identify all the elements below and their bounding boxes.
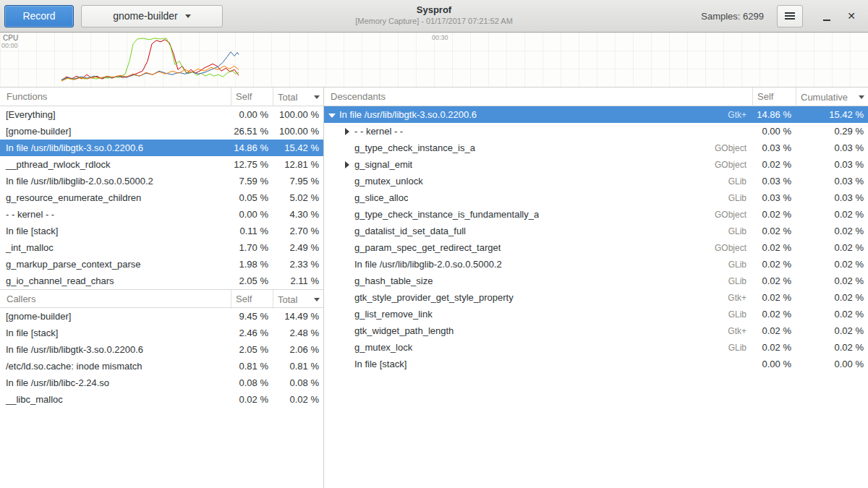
- self-percent: 0.02 %: [752, 209, 796, 220]
- expander-icon[interactable]: [344, 211, 351, 218]
- function-name: In file /usr/lib/libc-2.24.so: [0, 377, 231, 388]
- table-row[interactable]: In file /usr/lib/libgtk-3.so.0.2200.6 2.…: [0, 341, 323, 358]
- table-row[interactable]: g_io_channel_read_chars 2.05 % 2.11 %: [0, 273, 323, 289]
- table-row[interactable]: In file /usr/lib/libglib-2.0.so.0.5000.2…: [0, 173, 323, 189]
- main-content: Functions Self Total [Everything] 0.00 %…: [0, 87, 868, 488]
- table-row[interactable]: g_resource_enumerate_children 0.05 % 5.0…: [0, 189, 323, 206]
- table-row[interactable]: g_param_spec_get_redirect_target GObject…: [324, 239, 868, 256]
- table-row[interactable]: - - kernel - - 0.00 % 0.29 %: [324, 123, 868, 140]
- close-button[interactable]: ✕: [839, 4, 864, 28]
- table-row[interactable]: [gnome-builder] 26.51 % 100.00 %: [0, 123, 323, 140]
- function-name: In file [stack]: [354, 359, 407, 369]
- table-row[interactable]: /etc/ld.so.cache: inode mismatch 0.81 % …: [0, 358, 323, 374]
- table-row[interactable]: In file /usr/lib/libc-2.24.so 0.08 % 0.0…: [0, 374, 323, 391]
- process-selector-label: gnome-builder: [113, 10, 178, 22]
- expander-icon[interactable]: [344, 328, 351, 335]
- record-button[interactable]: Record: [4, 5, 74, 27]
- table-row[interactable]: __pthread_rwlock_rdlock 12.75 % 12.81 %: [0, 156, 323, 173]
- descendants-cumulative-column-header[interactable]: Cumulative: [796, 87, 868, 106]
- function-name: In file /usr/lib/libglib-2.0.so.0.5000.2: [354, 259, 502, 270]
- table-row[interactable]: [Everything] 0.00 % 100.00 %: [0, 106, 323, 123]
- expander-icon[interactable]: [328, 111, 336, 119]
- descendants-header: Descendants Self Cumulative: [324, 87, 868, 106]
- function-name: g_signal_emit: [354, 159, 412, 170]
- expander-icon[interactable]: [344, 228, 351, 235]
- self-percent: 0.81 %: [231, 361, 273, 372]
- total-percent: 2.49 %: [273, 242, 323, 253]
- expander-icon[interactable]: [344, 178, 351, 185]
- table-row[interactable]: g_mutex_lock GLib 0.02 % 0.02 %: [324, 339, 868, 356]
- expander-icon[interactable]: [344, 244, 351, 252]
- time-label-mid: 00:30: [432, 34, 448, 41]
- function-name: [gnome-builder]: [0, 126, 231, 137]
- table-row[interactable]: g_slice_alloc GLib 0.03 % 0.03 %: [324, 189, 868, 206]
- self-percent: 0.00 %: [231, 209, 273, 220]
- sort-descending-icon: [314, 298, 320, 301]
- expander-icon[interactable]: [344, 278, 351, 285]
- expander-icon[interactable]: [344, 128, 351, 135]
- menu-button[interactable]: [777, 5, 803, 27]
- functions-total-label: Total: [278, 88, 297, 106]
- callers-column-header[interactable]: Callers: [0, 290, 231, 309]
- table-row[interactable]: g_signal_emit GObject 0.02 % 0.03 %: [324, 156, 868, 173]
- cumulative-percent: 0.03 %: [796, 159, 868, 170]
- table-row[interactable]: In file /usr/lib/libglib-2.0.so.0.5000.2…: [324, 256, 868, 273]
- expander-icon[interactable]: [344, 344, 351, 351]
- functions-column-header[interactable]: Functions: [0, 87, 231, 106]
- table-row[interactable]: In file /usr/lib/libgtk-3.so.0.2200.6 14…: [0, 140, 323, 156]
- table-row[interactable]: gtk_style_provider_get_style_property Gt…: [324, 289, 868, 306]
- table-row[interactable]: g_mutex_unlock GLib 0.03 % 0.03 %: [324, 173, 868, 189]
- table-row[interactable]: In file /usr/lib/libgtk-3.so.0.2200.6 Gt…: [324, 106, 868, 123]
- expander-icon[interactable]: [344, 261, 351, 268]
- close-icon: ✕: [847, 11, 856, 21]
- function-name: __libc_malloc: [0, 394, 231, 405]
- functions-total-column-header[interactable]: Total: [273, 87, 323, 106]
- table-row[interactable]: In file [stack] 2.46 % 2.48 %: [0, 325, 323, 341]
- callers-total-column-header[interactable]: Total: [273, 290, 323, 309]
- expander-icon[interactable]: [344, 161, 351, 168]
- total-percent: 2.70 %: [273, 226, 323, 236]
- sort-descending-icon: [314, 95, 320, 99]
- self-percent: 0.02 %: [752, 259, 796, 270]
- total-percent: 2.06 %: [273, 344, 323, 355]
- descendants-self-column-header[interactable]: Self: [752, 87, 796, 106]
- table-row[interactable]: In file [stack] 0.00 % 0.00 %: [324, 356, 868, 372]
- expander-icon[interactable]: [344, 361, 351, 368]
- self-percent: 12.75 %: [231, 159, 273, 170]
- descendants-column-header[interactable]: Descendants: [324, 87, 752, 106]
- cpu-graph[interactable]: CPU 00:00 00:30: [0, 33, 868, 87]
- process-selector[interactable]: gnome-builder: [81, 5, 223, 27]
- self-percent: 0.02 %: [752, 226, 796, 236]
- table-row[interactable]: g_markup_parse_context_parse 1.98 % 2.33…: [0, 256, 323, 273]
- table-row[interactable]: In file [stack] 0.11 % 2.70 %: [0, 223, 323, 239]
- table-row[interactable]: g_type_check_instance_is_fundamentally_a…: [324, 206, 868, 223]
- expander-icon[interactable]: [344, 145, 351, 152]
- minimize-button[interactable]: [814, 4, 839, 28]
- expander-icon[interactable]: [344, 194, 351, 202]
- functions-self-column-header[interactable]: Self: [231, 87, 273, 106]
- total-percent: 0.08 %: [273, 377, 323, 388]
- self-percent: 2.46 %: [231, 328, 273, 338]
- function-name: g_list_remove_link: [354, 309, 433, 320]
- table-row[interactable]: g_list_remove_link GLib 0.02 % 0.02 %: [324, 306, 868, 322]
- callers-self-column-header[interactable]: Self: [231, 290, 273, 309]
- function-name: In file /usr/lib/libgtk-3.so.0.2200.6: [0, 142, 231, 153]
- self-percent: 26.51 %: [231, 126, 273, 137]
- function-name: gtk_style_provider_get_style_property: [354, 292, 514, 303]
- function-name: gtk_widget_path_length: [354, 325, 454, 336]
- self-percent: 2.05 %: [231, 275, 273, 286]
- table-row[interactable]: g_hash_table_size GLib 0.02 % 0.02 %: [324, 273, 868, 289]
- library-name: GLib: [728, 193, 752, 203]
- self-percent: 1.98 %: [231, 259, 273, 270]
- expander-icon[interactable]: [344, 294, 351, 301]
- table-row[interactable]: g_datalist_id_set_data_full GLib 0.02 % …: [324, 223, 868, 239]
- table-row[interactable]: g_type_check_instance_is_a GObject 0.03 …: [324, 140, 868, 156]
- table-row[interactable]: _int_malloc 1.70 % 2.49 %: [0, 239, 323, 256]
- table-row[interactable]: __libc_malloc 0.02 % 0.02 %: [0, 391, 323, 408]
- function-name: g_param_spec_get_redirect_target: [354, 242, 501, 253]
- table-row[interactable]: - - kernel - - 0.00 % 4.30 %: [0, 206, 323, 223]
- table-row[interactable]: gtk_widget_path_length Gtk+ 0.02 % 0.02 …: [324, 322, 868, 339]
- total-percent: 2.48 %: [273, 328, 323, 338]
- table-row[interactable]: [gnome-builder] 9.45 % 14.49 %: [0, 308, 323, 325]
- expander-icon[interactable]: [344, 311, 351, 318]
